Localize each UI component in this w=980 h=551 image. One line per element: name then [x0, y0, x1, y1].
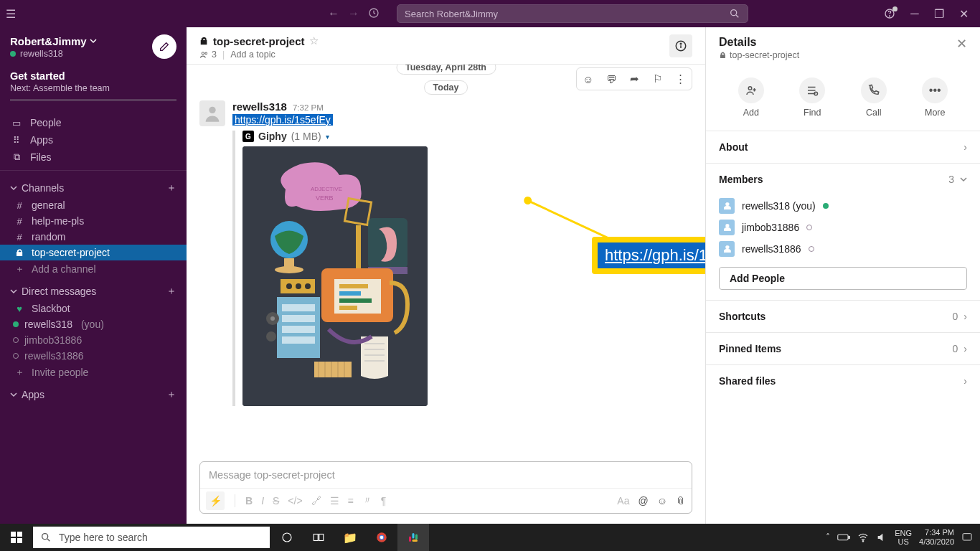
dm-slackbot[interactable]: ♥Slackbot: [0, 301, 187, 316]
svg-rect-20: [339, 284, 368, 288]
minimize-icon[interactable]: ─: [910, 9, 920, 19]
apps-section-header[interactable]: Apps ＋: [0, 381, 187, 404]
more-icon[interactable]: ⋮: [669, 68, 692, 90]
member-row[interactable]: 👤︎jimbob31886: [706, 217, 980, 238]
details-find-button[interactable]: Find: [799, 77, 825, 118]
details-call-button[interactable]: Call: [861, 77, 887, 118]
svg-point-54: [283, 533, 291, 542]
message-author[interactable]: rewells318: [232, 100, 287, 113]
bookmark-icon[interactable]: ⚐: [646, 68, 669, 90]
close-icon[interactable]: ✕: [958, 9, 969, 19]
task-view-icon[interactable]: [303, 524, 334, 551]
mention-icon[interactable]: @: [638, 495, 648, 507]
date-separator-today[interactable]: Today: [424, 80, 468, 95]
star-icon[interactable]: ☆: [309, 34, 319, 47]
file-explorer-icon[interactable]: 📁: [334, 524, 366, 551]
attach-icon[interactable]: 📎︎: [676, 495, 686, 507]
maximize-icon[interactable]: ❐: [934, 9, 944, 19]
sidebar-nav-apps[interactable]: ⠿ Apps: [0, 131, 187, 149]
channel-help-me-pls[interactable]: #help-me-pls: [0, 213, 187, 229]
thread-icon[interactable]: 💬︎: [600, 68, 623, 90]
format-icon[interactable]: Aa: [617, 495, 629, 507]
channel-title[interactable]: 🔒︎ top-secret-project ☆: [199, 34, 319, 47]
avatar[interactable]: [199, 100, 225, 126]
details-shortcuts-section[interactable]: Shortcuts 0 ›: [706, 300, 980, 332]
message-composer[interactable]: Message top-secret-project ⚡ B I S </> 🔗…: [199, 461, 692, 514]
dm-rewells31886[interactable]: rewells31886: [0, 348, 187, 364]
details-shared-files-section[interactable]: Shared files ›: [706, 364, 980, 397]
workspace-switcher[interactable]: Robert&Jimmy: [10, 35, 97, 47]
start-button[interactable]: [0, 524, 33, 551]
add-channel-icon[interactable]: ＋: [166, 182, 176, 194]
sidebar-nav-people[interactable]: ▭ People: [0, 114, 187, 131]
chrome-icon[interactable]: [366, 524, 397, 551]
members-icon[interactable]: 3: [199, 50, 217, 60]
volume-icon[interactable]: [876, 532, 887, 543]
chevron-down-icon[interactable]: ▾: [326, 133, 329, 141]
dm-section-header[interactable]: Direct messages ＋: [0, 278, 187, 301]
notifications-icon[interactable]: [961, 532, 973, 543]
search-icon: [729, 8, 740, 19]
back-icon[interactable]: ←: [328, 7, 339, 20]
language-indicator[interactable]: ENGUS: [895, 529, 912, 546]
channel-info-button[interactable]: [669, 34, 692, 57]
compose-button[interactable]: [152, 34, 176, 59]
details-add-button[interactable]: Add: [738, 77, 764, 118]
taskbar-search[interactable]: Type here to search: [33, 527, 270, 548]
cortana-icon[interactable]: [271, 524, 303, 551]
details-about-section[interactable]: About ›: [706, 131, 980, 163]
date-separator-prev[interactable]: Tuesday, April 28th: [396, 65, 496, 75]
global-search-input[interactable]: Search Robert&Jimmy: [397, 4, 748, 23]
get-started-card[interactable]: Get started Next: Assemble the team: [0, 63, 187, 110]
taskbar-clock[interactable]: 7:34 PM4/30/2020: [919, 528, 954, 547]
message-pane: Tuesday, April 28th Today ☺ 💬︎ ➦ ⚐ ⋮ rew…: [187, 65, 705, 456]
emoji-icon[interactable]: ☺: [657, 495, 667, 507]
tray-chevron-icon[interactable]: ˄: [826, 532, 830, 542]
dm-rewells318[interactable]: rewells318(you): [0, 316, 187, 332]
close-details-icon[interactable]: ✕: [956, 36, 967, 52]
details-pinned-section[interactable]: Pinned Items 0 ›: [706, 332, 980, 364]
invite-people-button[interactable]: ＋Invite people: [0, 364, 187, 381]
add-topic-link[interactable]: Add a topic: [230, 50, 275, 60]
wifi-icon[interactable]: [857, 532, 869, 543]
add-app-icon[interactable]: ＋: [166, 388, 176, 401]
link-icon[interactable]: 🔗︎: [311, 495, 321, 507]
italic-icon[interactable]: I: [261, 495, 264, 507]
presence-online-icon: [10, 51, 16, 57]
add-channel-button[interactable]: ＋Add a channel: [0, 260, 187, 278]
forward-icon[interactable]: →: [348, 7, 359, 20]
dm-jimbob31886[interactable]: jimbob31886: [0, 332, 187, 348]
channel-general[interactable]: #general: [0, 197, 187, 213]
channels-section-header[interactable]: Channels ＋: [0, 174, 187, 197]
codeblock-icon[interactable]: ¶: [381, 495, 387, 507]
code-icon[interactable]: </>: [288, 495, 302, 507]
details-more-button[interactable]: •••More: [922, 77, 948, 118]
attachment-header[interactable]: G Giphy (1 MB) ▾: [242, 131, 692, 142]
bullet-list-icon[interactable]: ≡: [348, 495, 354, 507]
slack-icon[interactable]: [397, 524, 429, 551]
share-icon[interactable]: ➦: [623, 68, 646, 90]
member-row[interactable]: 👤︎rewells31886: [706, 238, 980, 260]
chevron-down-icon: [10, 391, 17, 398]
sidebar-nav-files[interactable]: ⧉ Files: [0, 149, 187, 166]
help-icon[interactable]: [884, 8, 895, 19]
channel-top-secret-project[interactable]: 🔒︎top-secret-project: [0, 245, 187, 260]
battery-icon[interactable]: [837, 533, 850, 542]
shortcuts-icon[interactable]: ⚡: [206, 491, 225, 510]
details-members-section[interactable]: Members 3: [706, 163, 980, 195]
ordered-list-icon[interactable]: ☰: [330, 495, 339, 507]
channel-random[interactable]: #random: [0, 229, 187, 245]
composer-input[interactable]: Message top-secret-project: [200, 462, 692, 488]
gif-attachment[interactable]: ADJECTIVE VERB: [242, 146, 428, 406]
member-row[interactable]: 👤︎rewells318 (you): [706, 195, 980, 217]
blockquote-icon[interactable]: 〃: [362, 494, 372, 507]
react-icon[interactable]: ☺: [577, 68, 600, 90]
history-icon[interactable]: [368, 7, 380, 20]
add-dm-icon[interactable]: ＋: [166, 285, 176, 298]
strike-icon[interactable]: S: [273, 495, 279, 507]
message-url-link[interactable]: https://gph.is/1s5efEy: [232, 114, 333, 126]
svg-rect-65: [849, 537, 850, 539]
bold-icon[interactable]: B: [245, 495, 253, 507]
add-people-button[interactable]: Add People: [719, 267, 967, 290]
hamburger-icon[interactable]: ☰: [6, 7, 16, 21]
